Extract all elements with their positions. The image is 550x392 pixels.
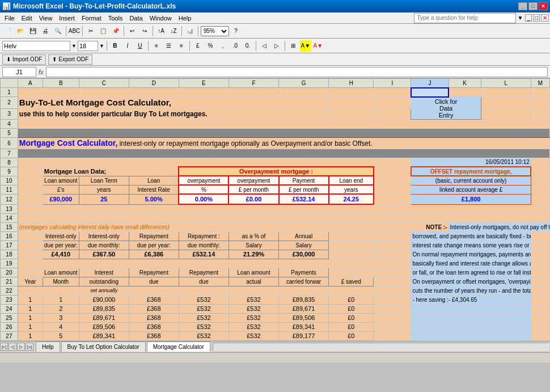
formula-input[interactable] — [46, 67, 548, 77]
open-button[interactable]: 📂 — [15, 26, 26, 37]
tab-prev-button[interactable]: ◁ — [9, 343, 16, 351]
menu-edit[interactable]: Edit — [18, 14, 36, 23]
cell-E20-h5[interactable]: Repayment — [179, 268, 229, 277]
increase-indent-button[interactable]: ▷ — [271, 40, 282, 52]
cell-E22[interactable] — [179, 286, 229, 295]
percent-button[interactable]: % — [205, 40, 216, 52]
export-odf-button[interactable]: ⬆ Export ODF — [48, 54, 92, 65]
cell-A15-note[interactable]: (mortgages calculating interest daily ha… — [18, 222, 374, 231]
cell-F26[interactable]: £532 — [229, 322, 278, 331]
cell-C18-v2[interactable]: £367.50 — [79, 250, 129, 259]
cell-I12[interactable] — [374, 194, 411, 204]
cell-C23[interactable]: £90,000 — [79, 295, 129, 304]
copy-button[interactable]: 📋 — [98, 26, 109, 37]
cell-I18[interactable] — [374, 250, 411, 259]
cell-J11-offset[interactable]: linked account average £ — [411, 185, 531, 194]
cell-A20[interactable] — [18, 268, 43, 277]
save-button[interactable]: 💾 — [27, 26, 39, 37]
zoom-select[interactable]: 95% — [201, 26, 229, 36]
col-header-F[interactable]: F — [229, 79, 278, 88]
fill-color-button[interactable]: A▼ — [300, 40, 311, 52]
cell-E11-op[interactable]: % — [179, 185, 229, 194]
cell-A21-year[interactable]: Year — [18, 277, 43, 286]
cell-D21-due[interactable]: due — [129, 277, 179, 286]
cell-G1[interactable] — [279, 88, 329, 97]
bold-button[interactable]: B — [109, 40, 121, 52]
cell-H16[interactable] — [329, 231, 374, 241]
cell-H18[interactable] — [329, 250, 374, 259]
cell-G12-payment[interactable]: £532.14 — [279, 194, 329, 204]
cell-I22[interactable] — [374, 286, 411, 295]
spell-check-button[interactable]: ABC — [69, 26, 80, 37]
cell-J16-note[interactable]: borrowed, and payments are basically fix… — [411, 231, 531, 241]
redo-button[interactable]: ↪ — [139, 26, 150, 37]
menu-file[interactable]: File — [1, 14, 18, 23]
cell-H20[interactable] — [329, 268, 374, 277]
cell-G17[interactable]: Salary — [279, 241, 329, 250]
cell-C26[interactable]: £89,506 — [79, 322, 129, 331]
cell-C20-h3[interactable]: Interest — [79, 268, 129, 277]
cell-M8[interactable] — [531, 158, 549, 167]
cell-A18[interactable] — [18, 250, 43, 259]
cell-reference-box[interactable] — [2, 67, 36, 77]
cell-A11[interactable] — [18, 185, 43, 194]
cell-E25[interactable]: £532 — [179, 313, 229, 322]
cell-C1[interactable] — [79, 88, 129, 97]
cell-H21-saved[interactable]: £ saved — [329, 277, 374, 286]
cell-F20-h6[interactable]: Loan amount — [229, 268, 278, 277]
cell-M22[interactable] — [531, 286, 549, 295]
cell-G22[interactable] — [279, 286, 329, 295]
cell-B9[interactable]: Mortgage Loan Data; — [43, 167, 179, 176]
tab-next-button[interactable]: ▷ — [17, 343, 25, 351]
new-button[interactable]: 📄 — [2, 26, 14, 37]
increase-decimal-button[interactable]: .0 — [230, 40, 241, 52]
cell-H27[interactable]: £0 — [329, 331, 374, 340]
cell-B21-month[interactable]: Month — [43, 277, 79, 286]
cell-C27[interactable]: £89,341 — [79, 331, 129, 340]
cell-B12-loan[interactable]: £90,000 — [43, 194, 79, 204]
cell-H24[interactable]: £0 — [329, 304, 374, 313]
cell-C21-outstanding[interactable]: outstanding — [79, 277, 129, 286]
cell-A12[interactable] — [18, 194, 43, 204]
cell-L3[interactable] — [481, 108, 531, 119]
cell-B10[interactable]: Loan amount — [43, 176, 79, 185]
cell-M1[interactable] — [531, 88, 549, 97]
cell-I25[interactable] — [374, 313, 411, 322]
col-header-D[interactable]: D — [129, 79, 179, 88]
cell-E1[interactable] — [179, 88, 229, 97]
cell-J22-note[interactable]: cuts the number of years they run - and … — [411, 286, 531, 295]
cell-C11[interactable]: years — [79, 185, 129, 194]
cell-H1[interactable] — [329, 88, 374, 97]
cell-G24[interactable]: £89,671 — [279, 304, 329, 313]
sort-desc-button[interactable]: ↓Z — [168, 26, 179, 37]
sheet-tab-help[interactable]: Help — [36, 342, 60, 352]
cell-A3[interactable]: use this to help consider particular Buy… — [18, 108, 328, 119]
cell-F25[interactable]: £532 — [229, 313, 278, 322]
cell-A22[interactable] — [18, 286, 43, 295]
cell-A10[interactable] — [18, 176, 43, 185]
help-arrow[interactable]: ▼ — [517, 15, 523, 21]
import-odf-button[interactable]: ⬇ Import ODF — [2, 54, 46, 65]
cell-F12-oppm[interactable]: £0.00 — [229, 194, 278, 204]
cell-H10-op[interactable]: Loan end — [329, 176, 374, 185]
cell-D20-h4[interactable]: Repayment — [129, 268, 179, 277]
cell-F10-op[interactable]: overpayment — [229, 176, 278, 185]
menu-view[interactable]: View — [36, 14, 56, 23]
minimize-excel[interactable]: _ — [525, 14, 532, 22]
cell-I10[interactable] — [374, 176, 411, 185]
cell-I24[interactable] — [374, 304, 411, 313]
cell-M23[interactable] — [531, 295, 549, 304]
cell-M26[interactable] — [531, 322, 549, 331]
col-header-I[interactable]: I — [374, 79, 411, 88]
cell-H11-op[interactable]: years — [329, 185, 374, 194]
cell-A17[interactable] — [18, 241, 43, 250]
cell-B26-month[interactable]: 4 — [43, 322, 79, 331]
cell-M9[interactable] — [531, 167, 549, 176]
menu-insert[interactable]: Insert — [56, 14, 78, 23]
cell-C10[interactable]: Loan Term — [79, 176, 129, 185]
cell-J18-note[interactable]: On normal repayment mortgages, payments … — [411, 250, 531, 259]
menu-data[interactable]: Data — [126, 14, 146, 23]
help-icon-button[interactable]: ? — [230, 26, 242, 37]
cell-M24[interactable] — [531, 304, 549, 313]
restore-button[interactable]: □ — [528, 2, 538, 10]
